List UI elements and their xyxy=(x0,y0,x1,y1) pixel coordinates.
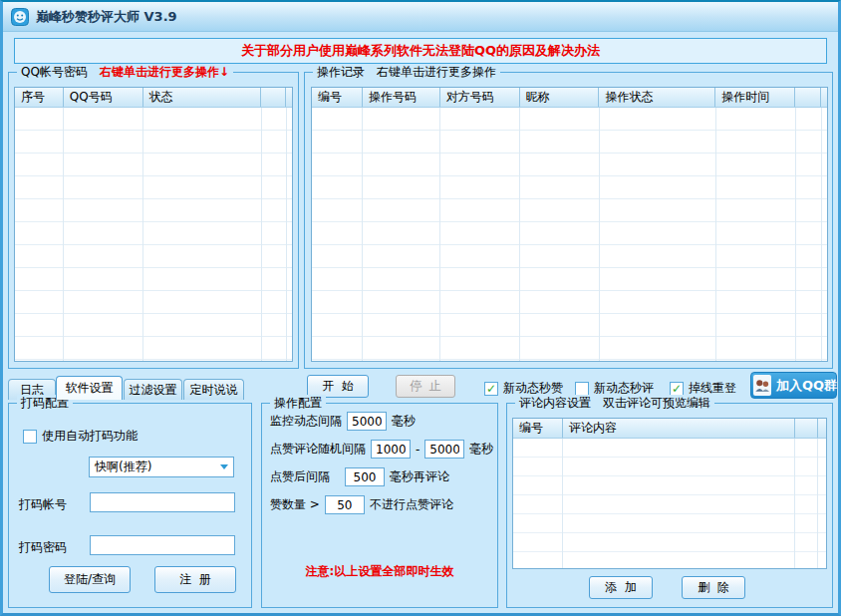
operation-config-legend: 操作配置 xyxy=(270,395,326,412)
qq-accounts-legend: QQ帐号密码 右键单击进行更多操作↓ xyxy=(17,64,233,81)
operation-records-table-body[interactable] xyxy=(312,108,827,361)
checkbox-label: 使用自动打码功能 xyxy=(42,428,138,445)
table-column xyxy=(795,439,818,568)
stop-button[interactable]: 停 止 xyxy=(396,375,455,398)
operation-records-table[interactable]: 编号 操作号码 对方号码 昵称 操作状态 操作时间 xyxy=(311,87,828,362)
col-header-operator-number[interactable]: 操作号码 xyxy=(363,88,440,107)
title-bar[interactable]: 巅峰秒赞秒评大师 V3.9 xyxy=(3,2,838,32)
notice-banner[interactable]: 关于部分用户使用巅峰系列软件无法登陆QQ的原因及解决办法 xyxy=(14,38,827,64)
comment-content-title: 评论内容设置 xyxy=(519,395,591,412)
people-icon xyxy=(753,375,771,396)
qq-accounts-table[interactable]: 序号 QQ号码 状态 xyxy=(14,87,293,362)
table-column xyxy=(716,108,796,361)
after-like-label: 点赞后间隔 xyxy=(270,468,340,485)
captcha-password-label: 打码密码 xyxy=(19,539,67,556)
table-column xyxy=(513,439,563,568)
qq-accounts-table-body[interactable] xyxy=(15,108,292,361)
qq-accounts-title: QQ帐号密码 xyxy=(21,64,88,81)
captcha-provider-select[interactable]: 快啊(推荐) xyxy=(89,457,234,477)
col-header-empty xyxy=(286,88,292,107)
col-header-op-time[interactable]: 操作时间 xyxy=(715,88,795,107)
captcha-config-panel: 打码配置 使用自动打码功能 快啊(推荐) 打码帐号 打码密码 登陆/查询 注 册 xyxy=(8,403,252,608)
checkbox-box[interactable] xyxy=(23,430,37,444)
table-column xyxy=(64,108,143,361)
delete-comment-button[interactable]: 删 除 xyxy=(682,576,745,599)
monitor-interval-unit: 毫秒 xyxy=(392,413,416,430)
table-column xyxy=(143,108,262,361)
operation-records-panel: 操作记录 右键单击进行更多操作 编号 操作号码 对方号码 昵称 操作状态 操作时… xyxy=(304,72,833,369)
table-column xyxy=(600,108,716,361)
app-window: 巅峰秒赞秒评大师 V3.9 关于部分用户使用巅峰系列软件无法登陆QQ的原因及解决… xyxy=(0,0,841,616)
like-count-row: 赞数量 > 不进行点赞评论 xyxy=(262,494,497,515)
checkbox-box[interactable]: ✓ xyxy=(484,382,498,396)
col-header-empty xyxy=(795,88,821,107)
notice-text: 关于部分用户使用巅峰系列软件无法登陆QQ的原因及解决办法 xyxy=(241,42,600,60)
table-column xyxy=(15,108,64,361)
operation-records-legend: 操作记录 右键单击进行更多操作 xyxy=(313,64,500,81)
window-title: 巅峰秒赞秒评大师 V3.9 xyxy=(36,8,177,26)
operation-config-title: 操作配置 xyxy=(274,395,322,412)
settings-note: 注意:以上设置全部即时生效 xyxy=(262,563,497,580)
tab-software-settings[interactable]: 软件设置 xyxy=(56,376,123,400)
table-column xyxy=(363,108,440,361)
captcha-account-input[interactable] xyxy=(90,492,235,512)
like-count-input[interactable] xyxy=(325,495,365,514)
col-header-empty xyxy=(818,419,826,438)
col-header-empty xyxy=(821,88,827,107)
table-column xyxy=(563,439,795,568)
after-like-row: 点赞后间隔 毫秒再评论 xyxy=(262,466,497,487)
operation-records-hint: 右键单击进行更多操作 xyxy=(377,64,496,81)
col-header-empty xyxy=(261,88,286,107)
col-header-target-number[interactable]: 对方号码 xyxy=(440,88,520,107)
tab-filter-settings[interactable]: 过滤设置 xyxy=(124,379,182,400)
qq-accounts-hint: 右键单击进行更多操作↓ xyxy=(100,64,229,81)
monitor-interval-label: 监控动态间隔 xyxy=(270,413,342,430)
col-header-id[interactable]: 编号 xyxy=(312,88,363,107)
comment-table-header: 编号 评论内容 xyxy=(513,419,826,439)
table-column xyxy=(796,108,822,361)
like-count-label: 赞数量 > xyxy=(270,496,320,513)
qq-accounts-table-header: 序号 QQ号码 状态 xyxy=(15,88,292,108)
join-qq-group-button[interactable]: 加入QQ群 xyxy=(750,372,837,399)
comment-table[interactable]: 编号 评论内容 xyxy=(512,418,827,569)
login-query-button[interactable]: 登陆/查询 xyxy=(49,566,131,593)
comment-table-body[interactable] xyxy=(513,439,826,568)
table-column xyxy=(440,108,520,361)
random-interval-unit: 毫秒 xyxy=(469,441,493,458)
range-dash: - xyxy=(416,443,420,457)
col-header-index[interactable]: 序号 xyxy=(15,88,64,107)
col-header-qq-number[interactable]: QQ号码 xyxy=(64,88,143,107)
random-interval-label: 点赞评论随机间隔 xyxy=(270,441,366,458)
add-comment-button[interactable]: 添 加 xyxy=(589,576,653,599)
operation-records-table-header: 编号 操作号码 对方号码 昵称 操作状态 操作时间 xyxy=(312,88,827,108)
table-column xyxy=(520,108,600,361)
app-icon xyxy=(11,8,29,26)
col-header-status[interactable]: 状态 xyxy=(143,88,262,107)
col-header-empty xyxy=(795,419,818,438)
checkbox-auto-captcha[interactable]: 使用自动打码功能 xyxy=(23,428,138,445)
operation-config-panel: 操作配置 监控动态间隔 毫秒 点赞评论随机间隔 - 毫秒 点赞后间隔 毫秒再评论… xyxy=(261,403,498,608)
random-interval-max-input[interactable] xyxy=(424,440,464,459)
random-interval-row: 点赞评论随机间隔 - 毫秒 xyxy=(262,439,497,460)
monitor-interval-row: 监控动态间隔 毫秒 xyxy=(262,411,497,432)
like-count-suffix: 不进行点赞评论 xyxy=(370,496,453,513)
register-button[interactable]: 注 册 xyxy=(154,566,236,593)
after-like-input[interactable] xyxy=(345,467,385,486)
col-header-op-status[interactable]: 操作状态 xyxy=(599,88,715,107)
comment-content-hint: 双击评论可预览编辑 xyxy=(603,395,710,412)
qq-accounts-panel: QQ帐号密码 右键单击进行更多操作↓ 序号 QQ号码 状态 xyxy=(8,72,299,369)
table-column xyxy=(312,108,363,361)
monitor-interval-input[interactable] xyxy=(347,412,387,431)
comment-content-panel: 评论内容设置 双击评论可预览编辑 编号 评论内容 添 加 删 除 xyxy=(506,403,833,608)
col-header-comment-content[interactable]: 评论内容 xyxy=(563,419,795,438)
captcha-password-input[interactable] xyxy=(90,535,235,555)
random-interval-min-input[interactable] xyxy=(371,440,411,459)
checkbox-box[interactable]: ✓ xyxy=(670,382,684,396)
operation-records-title: 操作记录 xyxy=(317,64,365,81)
tab-scheduled-posts[interactable]: 定时说说 xyxy=(183,379,244,400)
captcha-account-label: 打码帐号 xyxy=(19,496,67,513)
col-header-comment-id[interactable]: 编号 xyxy=(513,419,563,438)
join-qq-group-label: 加入QQ群 xyxy=(776,377,837,395)
checkbox-box[interactable] xyxy=(575,382,589,396)
col-header-nickname[interactable]: 昵称 xyxy=(520,88,600,107)
